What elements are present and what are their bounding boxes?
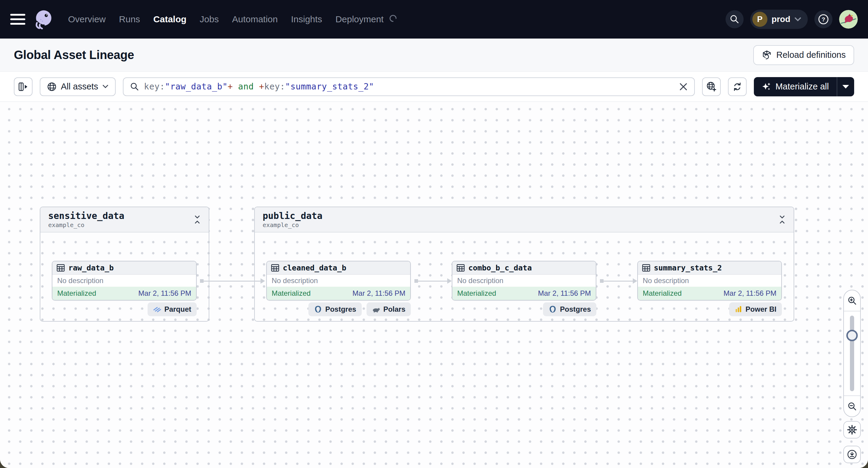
nav-item-automation[interactable]: Automation xyxy=(232,14,278,24)
refresh-icon xyxy=(733,82,742,92)
asset-node-header: summary_stats_2 xyxy=(638,261,781,275)
tag-parquet[interactable]: Parquet xyxy=(148,302,197,316)
materialization-status: Materialized xyxy=(272,289,311,298)
powerbi-icon xyxy=(735,305,742,313)
table-asset-icon xyxy=(457,264,465,272)
tag-label: Power BI xyxy=(745,305,776,313)
fetch-external-assets-button[interactable] xyxy=(702,77,721,96)
lineage-toolbar: All assets key:"raw_data_b"+ and +key:"s… xyxy=(0,72,868,102)
group-header-sensitive-data[interactable]: sensitive_data example_co xyxy=(40,207,209,232)
asset-node-combo-b-c-data[interactable]: combo_b_c_data No description Materializ… xyxy=(452,261,596,301)
asset-scope-selector[interactable]: All assets xyxy=(40,77,116,96)
nav-item-runs[interactable]: Runs xyxy=(119,14,140,24)
materialize-all-button[interactable]: Materialize all xyxy=(754,77,837,96)
globe-icon xyxy=(47,82,57,92)
top-nav-bar: Overview Runs Catalog Jobs Automation In… xyxy=(0,0,868,38)
asset-name: combo_b_c_data xyxy=(468,263,532,272)
query-token: key: xyxy=(144,82,165,92)
materialization-status: Materialized xyxy=(57,289,96,298)
asset-status-strip: Materialized Mar 2, 11:56 PM xyxy=(267,287,410,300)
nav-item-jobs[interactable]: Jobs xyxy=(200,14,219,24)
asset-node-raw-data-b[interactable]: raw_data_b No description Materialized M… xyxy=(52,261,197,301)
table-asset-icon xyxy=(642,264,650,272)
global-search-button[interactable] xyxy=(725,10,744,28)
materialization-timestamp: Mar 2, 11:56 PM xyxy=(138,289,191,298)
help-button[interactable]: ? xyxy=(814,10,833,28)
query-token: and xyxy=(233,82,259,92)
lineage-edge xyxy=(600,281,633,282)
asset-node-cleaned-data-b[interactable]: cleaned_data_b No description Materializ… xyxy=(266,261,411,301)
chevron-down-icon xyxy=(102,85,108,89)
tag-postgres[interactable]: Postgres xyxy=(308,302,362,316)
tag-power-bi[interactable]: Power BI xyxy=(729,302,782,316)
zoom-out-button[interactable] xyxy=(844,396,860,416)
nav-item-deployment[interactable]: Deployment xyxy=(336,14,384,24)
zoom-in-icon xyxy=(847,296,857,305)
filter-query-text: key:"raw_data_b"+ and +key:"summary_stat… xyxy=(144,82,674,92)
deployment-avatar: P xyxy=(752,12,767,27)
download-icon xyxy=(847,449,857,460)
reload-definitions-button[interactable]: Reload definitions xyxy=(753,45,854,65)
asset-node-header: cleaned_data_b xyxy=(267,261,410,275)
asset-name: cleaned_data_b xyxy=(283,263,346,272)
sparkles-icon xyxy=(762,82,771,92)
help-icon: ? xyxy=(818,13,829,25)
asset-filter-input[interactable]: key:"raw_data_b"+ and +key:"summary_stat… xyxy=(123,77,695,96)
materialization-timestamp: Mar 2, 11:56 PM xyxy=(723,289,776,298)
polars-icon xyxy=(372,305,380,313)
graph-settings-button[interactable] xyxy=(843,421,861,438)
collapse-group-icon[interactable] xyxy=(779,215,786,224)
asset-description: No description xyxy=(638,275,781,287)
group-code-location: example_co xyxy=(262,221,322,228)
asset-node-header: combo_b_c_data xyxy=(453,261,596,275)
hamburger-menu-icon[interactable] xyxy=(10,14,25,25)
asset-description: No description xyxy=(453,275,596,287)
zoom-slider[interactable] xyxy=(844,311,860,396)
materialize-all-label: Materialize all xyxy=(776,82,829,92)
chevron-down-icon xyxy=(795,17,801,22)
zoom-slider-track[interactable] xyxy=(850,316,854,391)
loading-spinner-icon xyxy=(389,14,397,24)
zoom-slider-thumb[interactable] xyxy=(846,330,858,341)
asset-status-strip: Materialized Mar 2, 11:56 PM xyxy=(53,287,196,300)
group-header-public-data[interactable]: public_data example_co xyxy=(255,207,794,232)
clear-filter-icon[interactable] xyxy=(679,83,688,91)
open-sidebar-button[interactable] xyxy=(14,77,33,96)
zoom-control xyxy=(843,290,861,417)
materialization-timestamp: Mar 2, 11:56 PM xyxy=(538,289,591,298)
materialization-timestamp: Mar 2, 11:56 PM xyxy=(352,289,405,298)
nav-item-overview[interactable]: Overview xyxy=(68,14,106,24)
parquet-icon xyxy=(153,306,161,313)
deployment-switcher[interactable]: P prod xyxy=(750,10,808,29)
table-asset-icon xyxy=(57,264,65,272)
zoom-in-button[interactable] xyxy=(844,290,860,311)
asset-name: summary_stats_2 xyxy=(654,263,722,272)
page-header: Global Asset Lineage Reload definitions xyxy=(0,38,868,72)
refresh-graph-button[interactable] xyxy=(728,77,747,96)
tag-polars[interactable]: Polars xyxy=(367,302,411,316)
asset-node-summary-stats-2[interactable]: summary_stats_2 No description Materiali… xyxy=(637,261,782,301)
asset-tags-combo-b-c-data: Postgres xyxy=(543,302,596,316)
asset-status-strip: Materialized Mar 2, 11:56 PM xyxy=(638,287,781,300)
deployment-name: prod xyxy=(772,14,790,24)
tag-postgres[interactable]: Postgres xyxy=(543,302,596,316)
asset-description: No description xyxy=(53,275,196,287)
lineage-canvas: sensitive_data example_co public_data ex… xyxy=(0,102,868,468)
tag-label: Postgres xyxy=(560,305,591,313)
caret-down-icon xyxy=(842,85,849,89)
search-icon xyxy=(130,82,139,91)
materialize-options-dropdown[interactable] xyxy=(837,77,854,96)
postgres-icon xyxy=(314,305,322,313)
group-name: public_data xyxy=(262,211,322,221)
nav-item-catalog[interactable]: Catalog xyxy=(153,14,186,24)
collapse-group-icon[interactable] xyxy=(194,215,201,224)
asset-node-header: raw_data_b xyxy=(53,261,196,275)
download-graph-button[interactable] xyxy=(843,446,861,463)
query-token: "raw_data_b" xyxy=(165,82,228,92)
dagster-logo-icon[interactable] xyxy=(33,9,54,30)
user-avatar[interactable] xyxy=(839,10,858,29)
panel-toggle-icon xyxy=(18,82,28,92)
materialization-status: Materialized xyxy=(457,289,496,298)
query-token: "summary_stats_2" xyxy=(285,82,374,92)
nav-item-insights[interactable]: Insights xyxy=(291,14,322,24)
